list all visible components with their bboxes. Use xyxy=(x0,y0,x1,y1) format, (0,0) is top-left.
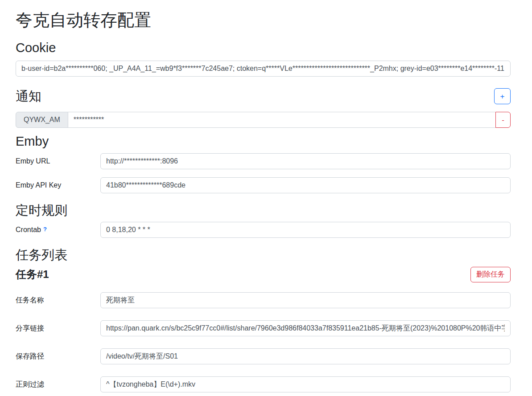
regex-filter-row: 正则过滤 xyxy=(16,376,511,392)
config-page: 夸克自动转存配置 Cookie 通知 + QYWX_AM - Emby Emby… xyxy=(0,0,532,396)
task1-header: 任务#1 删除任务 xyxy=(16,266,511,282)
help-icon[interactable]: ? xyxy=(43,226,47,233)
task1-title: 任务#1 xyxy=(16,268,49,281)
emby-url-label: Emby URL xyxy=(16,157,100,165)
delete-task-button[interactable]: 删除任务 xyxy=(470,267,511,282)
crontab-label-text: Crontab xyxy=(16,226,41,233)
emby-api-key-label: Emby API Key xyxy=(16,181,100,189)
notification-value-input[interactable] xyxy=(68,112,496,128)
regex-filter-label: 正则过滤 xyxy=(16,380,100,389)
save-path-row: 保存路径 xyxy=(16,348,511,364)
task-name-row: 任务名称 xyxy=(16,292,511,308)
share-link-row: 分享链接 xyxy=(16,320,511,336)
save-path-label: 保存路径 xyxy=(16,352,100,361)
task-list-heading: 任务列表 xyxy=(16,247,511,263)
schedule-heading: 定时规则 xyxy=(16,203,511,218)
cookie-input[interactable] xyxy=(16,61,511,77)
emby-url-row: Emby URL xyxy=(16,153,511,169)
regex-filter-input[interactable] xyxy=(100,376,511,392)
emby-api-key-input[interactable] xyxy=(100,177,511,193)
crontab-label: Crontab? xyxy=(16,226,100,234)
share-link-label: 分享链接 xyxy=(16,324,100,333)
remove-notification-button[interactable]: - xyxy=(495,112,511,128)
save-path-input[interactable] xyxy=(100,348,511,364)
crontab-input[interactable] xyxy=(100,222,511,238)
task-name-label: 任务名称 xyxy=(16,296,100,305)
page-title: 夸克自动转存配置 xyxy=(16,10,511,30)
emby-heading: Emby xyxy=(16,134,511,149)
notification-item: QYWX_AM - xyxy=(16,112,511,128)
cookie-heading: Cookie xyxy=(16,40,511,56)
emby-api-key-row: Emby API Key xyxy=(16,177,511,193)
add-notification-button[interactable]: + xyxy=(494,88,511,104)
emby-url-input[interactable] xyxy=(100,153,511,169)
notification-heading: 通知 xyxy=(16,89,41,104)
task-name-input[interactable] xyxy=(100,292,511,308)
share-link-input[interactable] xyxy=(100,320,511,336)
notification-key-addon: QYWX_AM xyxy=(16,112,68,128)
crontab-row: Crontab? xyxy=(16,222,511,238)
notification-section-header: 通知 + xyxy=(16,88,511,104)
